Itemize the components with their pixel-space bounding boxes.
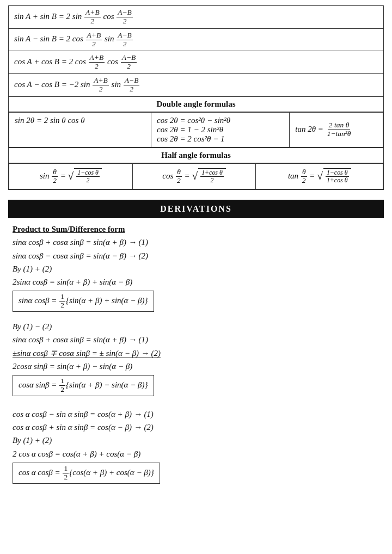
cos-half: cos θ2 = √ 1+cos θ2 [162,171,225,180]
derivations-header: DERIVATIONS [8,200,384,218]
derivation-line: 2cosα sinβ = sin(α + β) − sin(α − β) [13,360,379,373]
formula-text: sin A + sin B = 2 sin A+B2 cos A−B2 [14,12,133,21]
tan-half: tan θ2 = √ 1−cos θ1+cos θ [288,171,351,180]
table-row: sin A + sin B = 2 sin A+B2 cos A−B2 [9,6,384,29]
derivation-line: By (1) + (2) [13,263,379,275]
formula-cell: sin A + sin B = 2 sin A+B2 cos A−B2 [9,6,384,29]
derivation-line: 2 cos α cosβ = cos(α + β) + cos(α − β) [13,448,379,460]
derivation-line: By (1) − (2) [13,321,379,333]
formulas-table: sin A + sin B = 2 sin A+B2 cos A−B2 sin … [8,5,384,190]
formula-cell: cos A + cos B = 2 cos A+B2 cos A−B2 [9,51,384,74]
boxed-formula: cosα sinβ = 12 {sin(α + β) − sin(α − β)} [13,373,379,399]
table-row: cos A + cos B = 2 cos A+B2 cos A−B2 [9,51,384,74]
derivation-line: sinα cosβ + cosα sinβ = sin(α + β) → (1) [13,236,379,249]
derivation-line: sinα cosβ + cosα sinβ = sin(α + β) → (1) [13,334,379,346]
derivation-line: ±sinα cosβ ∓ cosα sinβ = ± sin(α − β) → … [13,347,379,360]
sin2theta: sin 2θ = 2 sin θ cos θ [15,116,85,125]
derivation-line: cos α cosβ + sin α sinβ = cos(α − β) → (… [13,421,379,434]
table-row: cos A − cos B = −2 sin A+B2 sin A−B2 [9,74,384,97]
derivation-line: sinα cosβ − cosα sinβ = sin(α − β) → (2) [13,250,379,262]
formula-cell: cos A − cos B = −2 sin A+B2 sin A−B2 [9,74,384,97]
formula-text: cos A − cos B = −2 sin A+B2 sin A−B2 [14,80,140,89]
formula-text: cos A + cos B = 2 cos A+B2 cos A−B2 [14,57,137,66]
derivation-line: cos α cosβ − sin α sinβ = cos(α + β) → (… [13,408,379,421]
formula-text: sin A − sin B = 2 cos A+B2 sin A−B2 [14,34,133,43]
derivation-line: 2sinα cosβ = sin(α + β) + sin(α − β) [13,276,379,288]
section-header-double-angle: Double angle formulas [9,96,384,112]
derivations-content: Product to Sum/Difference form sinα cosβ… [8,225,384,487]
double-angle-header-row: Double angle formulas [9,96,384,112]
cos2theta: cos 2θ = cos²θ − sin²θ cos 2θ = 1 − 2 si… [157,116,230,143]
formula-cell: sin A − sin B = 2 cos A+B2 sin A−B2 [9,28,384,51]
formula-cell: sin 2θ = 2 sin θ cos θ cos 2θ = cos²θ − … [9,112,384,147]
boxed-formula: cos α cosβ = 12 {cos(α + β) + cos(α − β)… [13,461,379,487]
tan2theta: tan 2θ = 2 tan θ 1−tan²θ [295,125,352,133]
product-sum-section-title: Product to Sum/Difference form [13,225,379,234]
formula-cell: sin θ2 = √ 1−cos θ2 [9,163,384,190]
boxed-formula: sinα cosβ = 12 {sin(α + β) + sin(α − β)} [13,289,379,315]
table-row: sin 2θ = 2 sin θ cos θ cos 2θ = cos²θ − … [9,112,384,147]
derivation-line: By (1) + (2) [13,434,379,447]
section-header-half-angle: Half angle formulas [9,147,384,163]
half-angle-header-row: Half angle formulas [9,147,384,163]
table-row: sin θ2 = √ 1−cos θ2 [9,163,384,190]
table-row: sin A − sin B = 2 cos A+B2 sin A−B2 [9,28,384,51]
sin-half: sin θ2 = √ 1−cos θ2 [40,171,102,180]
